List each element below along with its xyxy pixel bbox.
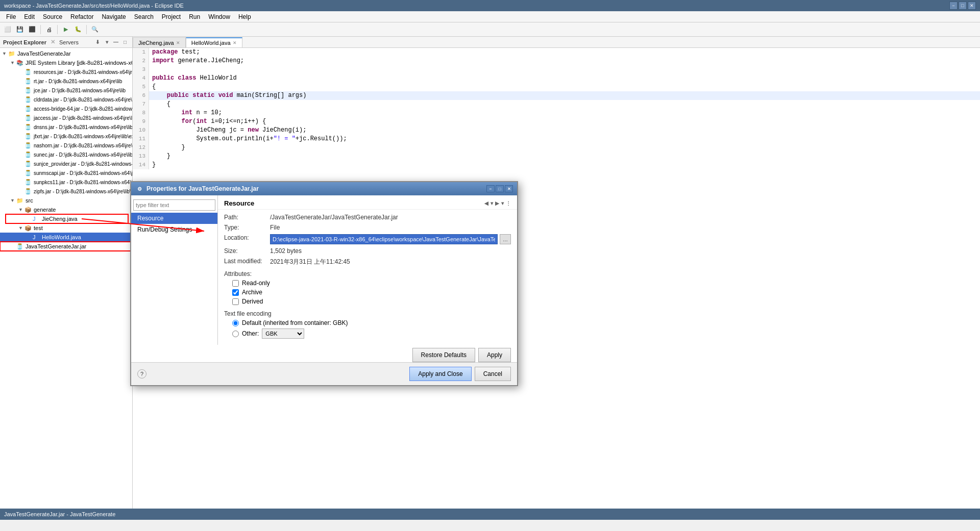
jar-icon: 🫙	[24, 78, 33, 85]
toolbar-new[interactable]: ⬜	[2, 24, 13, 35]
tree-item-jaccess-jar[interactable]: 🫙 jaccess.jar - D:\jdk-8u281-windows-x64…	[0, 113, 132, 122]
tree-item-sunjce-jar[interactable]: 🫙 sunjce_provider.jar - D:\jdk-8u281-win…	[0, 159, 132, 168]
encoding-default-radio[interactable]	[232, 320, 239, 326]
menu-help[interactable]: Help	[234, 12, 255, 21]
readonly-checkbox[interactable]	[232, 280, 239, 287]
tab-jiecheng[interactable]: JieCheng.java ✕	[133, 37, 186, 47]
dialog-maximize[interactable]: □	[496, 185, 504, 192]
header-dropdown-icon[interactable]: ▾	[491, 200, 493, 206]
help-icon[interactable]: ?	[137, 369, 146, 378]
panel-minimize[interactable]: —	[112, 38, 120, 46]
apply-and-close-button[interactable]: Apply and Close	[409, 367, 471, 381]
menu-window[interactable]: Window	[204, 12, 234, 21]
tree-item-nashorn-jar[interactable]: 🫙 nashorn.jar - D:\jdk-8u281-windows-x64…	[0, 141, 132, 150]
tree-item-rt-jar[interactable]: 🫙 rt.jar - D:\jdk-8u281-windows-x64\jre\…	[0, 77, 132, 86]
tree-item-helloworld[interactable]: J HelloWorld.java	[0, 233, 132, 242]
menu-run[interactable]: Run	[185, 12, 204, 21]
title-bar: workspace - JavaTestGenerateJar/src/test…	[0, 0, 980, 11]
encoding-other-radio[interactable]	[232, 331, 239, 337]
tab-helloworld-close[interactable]: ✕	[233, 40, 237, 45]
jar-icon: 🫙	[24, 124, 33, 131]
encoding-section: Text file encoding Default (inherited fr…	[224, 310, 511, 339]
tab-project-explorer[interactable]: Project Explorer	[3, 39, 46, 45]
code-line-7: 7 {	[133, 100, 980, 109]
tab-helloworld[interactable]: HelloWorld.java ✕	[186, 37, 242, 47]
tree-item-jiecheng[interactable]: J JieCheng.java	[0, 214, 132, 223]
panel-collapse[interactable]: ⬇	[93, 38, 102, 46]
dialog-apply-row: Restore Defaults Apply	[131, 345, 517, 362]
toolbar-print[interactable]: 🖨	[43, 24, 55, 35]
tree-item-zipfs-jar[interactable]: 🫙 zipfs.jar - D:\jdk-8u281-windows-x64\j…	[0, 187, 132, 196]
restore-defaults-button[interactable]: Restore Defaults	[412, 348, 475, 362]
status-text: JavaTestGenerateJar.jar - JavaTestGenera…	[4, 511, 115, 517]
tree-item-project[interactable]: ▼ 📁 JavaTestGenerateJar	[0, 49, 132, 58]
archive-label: Archive	[242, 289, 262, 296]
tree-item-sunec-jar[interactable]: 🫙 sunec.jar - D:\jdk-8u281-windows-x64\j…	[0, 150, 132, 159]
prop-type: Type: File	[224, 224, 511, 231]
dialog-close[interactable]: ✕	[505, 185, 513, 192]
encoding-dropdown[interactable]: GBK UTF-8 ISO-8859-1	[262, 328, 304, 339]
tree-item-sunpkcs11-jar[interactable]: 🫙 sunpkcs11.jar - D:\jdk-8u281-windows-x…	[0, 178, 132, 187]
menu-search[interactable]: Search	[130, 12, 158, 21]
menu-source[interactable]: Source	[39, 12, 66, 21]
menu-file[interactable]: File	[2, 12, 20, 21]
panel-header: Project Explorer ✕ Servers ⬇ ▾ — □	[0, 37, 132, 48]
nav-item-rundebug[interactable]: Run/Debug Settings	[131, 224, 217, 235]
close-button[interactable]: ✕	[968, 2, 976, 10]
prop-modified: Last modified: 2021年3月31日 上午11:42:45	[224, 258, 511, 266]
panel-tabs: Project Explorer ✕ Servers	[3, 39, 93, 45]
header-forward-icon[interactable]: ▶	[495, 200, 499, 206]
code-line-12: 12 }	[133, 143, 980, 152]
menu-edit[interactable]: Edit	[20, 12, 39, 21]
dialog-minimize[interactable]: −	[486, 185, 495, 192]
nav-item-resource[interactable]: Resource	[131, 213, 217, 224]
apply-button[interactable]: Apply	[478, 348, 511, 362]
archive-checkbox[interactable]	[232, 289, 239, 296]
toolbar-debug[interactable]: 🐛	[72, 24, 84, 35]
jar-icon: 🫙	[24, 170, 33, 176]
filter-input[interactable]	[133, 199, 215, 211]
menu-project[interactable]: Project	[158, 12, 185, 21]
tree-arrow-src: ▼	[10, 198, 16, 203]
archive-row: Archive	[232, 289, 511, 296]
maximize-button[interactable]: □	[959, 2, 967, 10]
cancel-button[interactable]: Cancel	[475, 367, 511, 381]
toolbar-run[interactable]: ▶	[60, 24, 71, 35]
encoding-default-label: Default (inherited from container: GBK)	[242, 319, 348, 326]
tree-item-access-jar[interactable]: 🫙 access-bridge-64.jar - D:\jdk-8u281-wi…	[0, 104, 132, 113]
header-menu-icon[interactable]: ⋮	[506, 200, 511, 206]
toolbar-save[interactable]: 💾	[14, 24, 26, 35]
tree-item-dnsns-jar[interactable]: 🫙 dnsns.jar - D:\jdk-8u281-windows-x64\j…	[0, 122, 132, 132]
tab-jiecheng-close[interactable]: ✕	[176, 40, 180, 45]
attributes-section: Attributes:	[224, 270, 511, 277]
location-browse-button[interactable]: …	[500, 234, 511, 244]
location-input[interactable]	[270, 234, 498, 244]
toolbar-search[interactable]: 🔍	[89, 24, 101, 35]
tree-arrow-jre: ▼	[10, 60, 16, 65]
tree-item-generate[interactable]: ▼ 📦 generate	[0, 205, 132, 214]
header-dropdown2-icon[interactable]: ▾	[501, 200, 504, 206]
tree-item-resources-jar[interactable]: 🫙 resources.jar - D:\jdk-8u281-windows-x…	[0, 67, 132, 77]
tab-servers[interactable]: Servers	[59, 39, 79, 45]
header-back-icon[interactable]: ◀	[484, 200, 488, 206]
panel-menu[interactable]: ▾	[103, 38, 111, 46]
tree-item-cldrdata-jar[interactable]: 🫙 cldrdata.jar - D:\jdk-8u281-windows-x6…	[0, 95, 132, 104]
tree-item-output-jar[interactable]: 🫙 JavaTestGenerateJar.jar	[0, 242, 132, 251]
derived-checkbox[interactable]	[232, 298, 239, 305]
java-icon: J	[33, 234, 41, 240]
tree-item-jre[interactable]: ▼ 📚 JRE System Library [jdk-8u281-window…	[0, 58, 132, 67]
tree-item-src[interactable]: ▼ 📁 src	[0, 196, 132, 205]
minimize-button[interactable]: −	[949, 2, 958, 10]
menu-navigate[interactable]: Navigate	[97, 12, 130, 21]
toolbar-save-all[interactable]: ⬛	[27, 24, 38, 35]
encoding-other-label: Other:	[242, 330, 259, 337]
tree-item-jfxrt-jar[interactable]: 🫙 jfxrt.jar - D:\jdk-8u281-windows-x64\j…	[0, 132, 132, 141]
tab-jiecheng-label: JieCheng.java	[138, 40, 174, 46]
tree-item-test-folder[interactable]: ▼ 📦 test	[0, 223, 132, 233]
tree-item-sunmscapi-jar[interactable]: 🫙 sunmscapi.jar - D:\jdk-8u281-windows-x…	[0, 168, 132, 178]
jar-icon: 🫙	[24, 96, 33, 103]
readonly-label: Read-only	[242, 280, 270, 287]
tree-item-jce-jar[interactable]: 🫙 jce.jar - D:\jdk-8u281-windows-x64\jre…	[0, 86, 132, 95]
panel-maximize[interactable]: □	[121, 38, 129, 46]
menu-refactor[interactable]: Refactor	[66, 12, 97, 21]
